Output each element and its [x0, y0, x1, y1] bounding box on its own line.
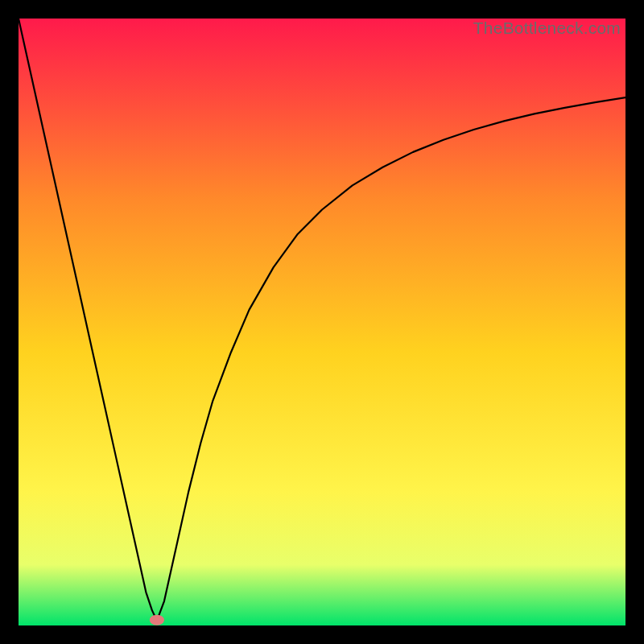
chart-curve: [19, 19, 625, 625]
watermark-text: TheBottleneck.com: [473, 19, 621, 38]
chart-frame: TheBottleneck.com: [19, 19, 625, 625]
